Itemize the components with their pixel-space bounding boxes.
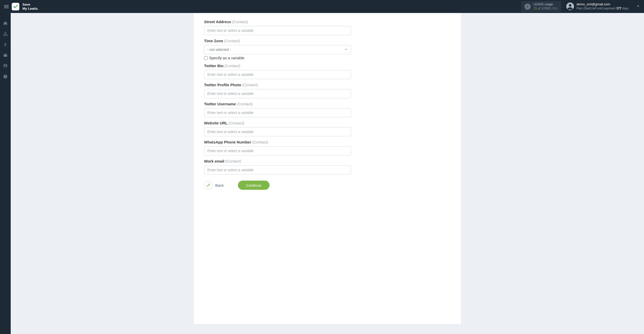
label-text: Website URL bbox=[204, 121, 227, 125]
label-suffix: (Contact) bbox=[237, 102, 253, 106]
main-content: Street Address (Contact) Time Zone (Cont… bbox=[11, 13, 644, 334]
street-address-input[interactable] bbox=[204, 26, 351, 35]
plan-prefix: Plan |Start| left until payment bbox=[576, 7, 616, 10]
leads-usage-text: LEADS usage: 21 of 13'850 (0%) bbox=[534, 3, 558, 10]
svg-point-9 bbox=[5, 65, 6, 66]
svg-point-1 bbox=[569, 4, 571, 7]
user-text: demo_sml@gmail.com Plan |Start| left unt… bbox=[576, 2, 629, 10]
top-header: Save My Leads. i LEADS usage: 21 of 13'8… bbox=[0, 0, 644, 13]
label-suffix: (Contact) bbox=[224, 39, 240, 43]
field-label: Twitter Username (Contact) bbox=[204, 102, 451, 106]
svg-text:?: ? bbox=[5, 75, 6, 78]
user-email: demo_sml@gmail.com bbox=[576, 2, 629, 7]
svg-rect-2 bbox=[5, 32, 6, 33]
pencil-icon bbox=[204, 181, 213, 190]
leads-current: 21 bbox=[534, 7, 537, 10]
website-url-input[interactable] bbox=[204, 127, 351, 136]
label-suffix: (Contact) bbox=[242, 83, 258, 87]
sidebar: $ ? bbox=[0, 13, 11, 334]
logo-line-1: Save bbox=[22, 3, 38, 7]
time-zone-select[interactable]: - not selected - bbox=[204, 45, 351, 54]
label-suffix: (Contact) bbox=[229, 121, 244, 125]
user-info[interactable]: demo_sml@gmail.com Plan |Start| left unt… bbox=[566, 2, 629, 10]
leads-total: 13'850 bbox=[541, 7, 551, 10]
dollar-icon[interactable]: $ bbox=[3, 42, 8, 47]
briefcase-icon[interactable] bbox=[3, 53, 8, 58]
specify-variable-label: Specify as a variable bbox=[209, 56, 244, 60]
field-label: Website URL (Contact) bbox=[204, 121, 451, 125]
field-label: Twitter Bio (Contact) bbox=[204, 64, 451, 68]
twitter-bio-input[interactable] bbox=[204, 70, 351, 79]
twitter-username-input[interactable] bbox=[204, 108, 351, 117]
specify-variable-row: Specify as a variable bbox=[204, 56, 451, 60]
label-suffix: (Contact) bbox=[252, 140, 268, 144]
select-value: - not selected - bbox=[207, 48, 231, 52]
plan-days: 177 bbox=[616, 7, 621, 10]
user-plan: Plan |Start| left until payment 177 days bbox=[576, 7, 629, 11]
field-label: Time Zone (Contact) bbox=[204, 39, 451, 43]
svg-rect-3 bbox=[4, 35, 5, 36]
work-email-input[interactable] bbox=[204, 165, 351, 175]
twitter-profile-photo-input[interactable] bbox=[204, 89, 351, 98]
label-suffix: (Contact) bbox=[225, 159, 241, 163]
field-twitter-profile-photo: Twitter Profile Photo (Contact) bbox=[204, 83, 451, 98]
label-text: Twitter Profile Photo bbox=[204, 83, 241, 87]
header-left: Save My Leads. bbox=[4, 3, 38, 10]
avatar-icon bbox=[566, 3, 574, 10]
hamburger-menu-icon[interactable] bbox=[4, 5, 9, 8]
svg-rect-4 bbox=[5, 35, 6, 36]
label-suffix: (Contact) bbox=[225, 64, 240, 68]
leads-usage-label: LEADS usage: bbox=[534, 3, 558, 7]
user-icon[interactable] bbox=[3, 63, 8, 68]
field-twitter-bio: Twitter Bio (Contact) bbox=[204, 64, 451, 79]
help-icon[interactable]: ? bbox=[3, 74, 8, 79]
field-website-url: Website URL (Contact) bbox=[204, 121, 451, 136]
field-street-address: Street Address (Contact) bbox=[204, 13, 451, 35]
label-text: WhatsApp Phone Number bbox=[204, 140, 251, 144]
label-text: Twitter Username bbox=[204, 102, 236, 106]
home-icon[interactable] bbox=[3, 21, 8, 26]
field-label: Work email (Contact) bbox=[204, 159, 451, 163]
logo-line-2: My Leads. bbox=[22, 7, 38, 11]
chevron-down-icon[interactable] bbox=[636, 4, 640, 9]
app-logo-text: Save My Leads. bbox=[22, 3, 38, 10]
label-text: Street Address bbox=[204, 20, 231, 24]
svg-rect-7 bbox=[4, 54, 7, 57]
label-text: Twitter Bio bbox=[204, 64, 223, 68]
plan-suffix: days bbox=[621, 7, 629, 10]
field-label: Twitter Profile Photo (Contact) bbox=[204, 83, 451, 87]
leads-pct: (0%) bbox=[550, 7, 558, 10]
header-right: i LEADS usage: 21 of 13'850 (0%) demo_sm… bbox=[521, 1, 640, 12]
whatsapp-phone-input[interactable] bbox=[204, 146, 351, 155]
continue-button[interactable]: Continue bbox=[238, 181, 270, 190]
svg-text:$: $ bbox=[4, 42, 7, 47]
field-work-email: Work email (Contact) bbox=[204, 159, 451, 175]
label-text: Work email bbox=[204, 159, 224, 163]
field-whatsapp-phone: WhatsApp Phone Number (Contact) bbox=[204, 140, 451, 155]
leads-usage-badge[interactable]: i LEADS usage: 21 of 13'850 (0%) bbox=[521, 1, 561, 12]
chevron-down-icon bbox=[344, 48, 348, 52]
field-twitter-username: Twitter Username (Contact) bbox=[204, 102, 451, 117]
sitemap-icon[interactable] bbox=[3, 31, 8, 36]
label-text: Time Zone bbox=[204, 39, 223, 43]
field-time-zone: Time Zone (Contact) - not selected - Spe… bbox=[204, 39, 451, 60]
leads-of: of bbox=[537, 7, 541, 10]
back-button[interactable]: Back bbox=[204, 181, 224, 190]
back-label: Back bbox=[215, 183, 224, 187]
info-icon: i bbox=[525, 4, 531, 10]
svg-rect-5 bbox=[7, 35, 8, 36]
leads-usage-values: 21 of 13'850 (0%) bbox=[534, 7, 558, 11]
label-suffix: (Contact) bbox=[232, 20, 248, 24]
app-logo-icon[interactable] bbox=[12, 3, 19, 10]
specify-variable-checkbox[interactable] bbox=[204, 56, 208, 60]
field-label: WhatsApp Phone Number (Contact) bbox=[204, 140, 451, 144]
button-row: Back Continue bbox=[204, 181, 451, 190]
field-label: Street Address (Contact) bbox=[204, 20, 451, 24]
form-card: Street Address (Contact) Time Zone (Cont… bbox=[194, 13, 461, 324]
